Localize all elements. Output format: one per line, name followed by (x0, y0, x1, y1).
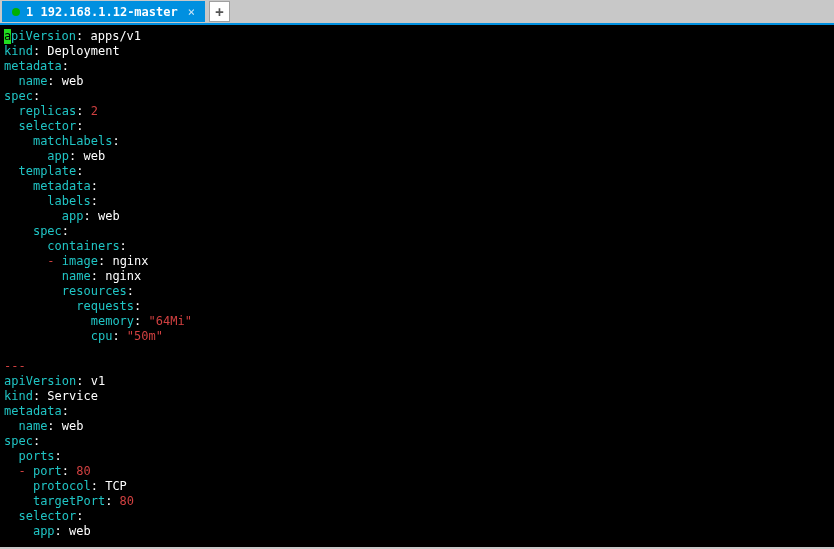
yaml-key: apiVersion (4, 374, 76, 388)
yaml-dash: - (18, 464, 25, 478)
tab-close-icon[interactable]: × (188, 5, 195, 19)
add-tab-button[interactable]: + (209, 1, 230, 22)
yaml-key: metadata (4, 59, 62, 73)
yaml-key: spec (4, 89, 33, 103)
yaml-key: name (18, 74, 47, 88)
yaml-key: resources (62, 284, 127, 298)
yaml-key: port (33, 464, 62, 478)
yaml-key: kind (4, 389, 33, 403)
yaml-value: TCP (105, 479, 127, 493)
yaml-key: selector (18, 119, 76, 133)
yaml-value: nginx (112, 254, 148, 268)
yaml-value: web (98, 209, 120, 223)
yaml-key: kind (4, 44, 33, 58)
yaml-key: ports (18, 449, 54, 463)
yaml-key: name (18, 419, 47, 433)
yaml-value: Deployment (47, 44, 119, 58)
yaml-key: memory (91, 314, 134, 328)
connection-status-dot (12, 8, 20, 16)
tab-active[interactable]: 1 192.168.1.12-master × (2, 1, 205, 22)
tab-bar: 1 192.168.1.12-master × + (0, 0, 834, 25)
yaml-key: spec (4, 434, 33, 448)
yaml-value: nginx (105, 269, 141, 283)
yaml-value: web (84, 149, 106, 163)
yaml-key: piVersion (11, 29, 76, 43)
yaml-value: web (69, 524, 91, 538)
yaml-key: labels (47, 194, 90, 208)
yaml-value: 2 (91, 104, 98, 118)
plus-icon: + (215, 4, 223, 20)
yaml-value: web (62, 419, 84, 433)
yaml-key: replicas (18, 104, 76, 118)
yaml-key: metadata (4, 404, 62, 418)
yaml-value: 80 (120, 494, 134, 508)
yaml-key: matchLabels (33, 134, 112, 148)
cursor: a (4, 29, 11, 44)
yaml-key: targetPort (33, 494, 105, 508)
yaml-value: Service (47, 389, 98, 403)
yaml-doc-separator: --- (4, 359, 26, 373)
yaml-key: image (62, 254, 98, 268)
yaml-value: "50m" (127, 329, 163, 343)
yaml-key: spec (33, 224, 62, 238)
yaml-key: containers (47, 239, 119, 253)
yaml-dash: - (47, 254, 54, 268)
yaml-key: metadata (33, 179, 91, 193)
yaml-value: apps/v1 (90, 29, 141, 43)
yaml-key: app (33, 524, 55, 538)
yaml-key: app (62, 209, 84, 223)
terminal-editor[interactable]: apiVersion: apps/v1 kind: Deployment met… (0, 25, 834, 547)
yaml-value: v1 (91, 374, 105, 388)
yaml-key: template (18, 164, 76, 178)
yaml-value: "64Mi" (149, 314, 192, 328)
yaml-key: protocol (33, 479, 91, 493)
yaml-value: 80 (76, 464, 90, 478)
tab-label: 1 192.168.1.12-master (26, 5, 178, 19)
yaml-value: web (62, 74, 84, 88)
yaml-key: name (62, 269, 91, 283)
yaml-key: app (47, 149, 69, 163)
yaml-key: requests (76, 299, 134, 313)
yaml-key: selector (18, 509, 76, 523)
yaml-key: cpu (91, 329, 113, 343)
